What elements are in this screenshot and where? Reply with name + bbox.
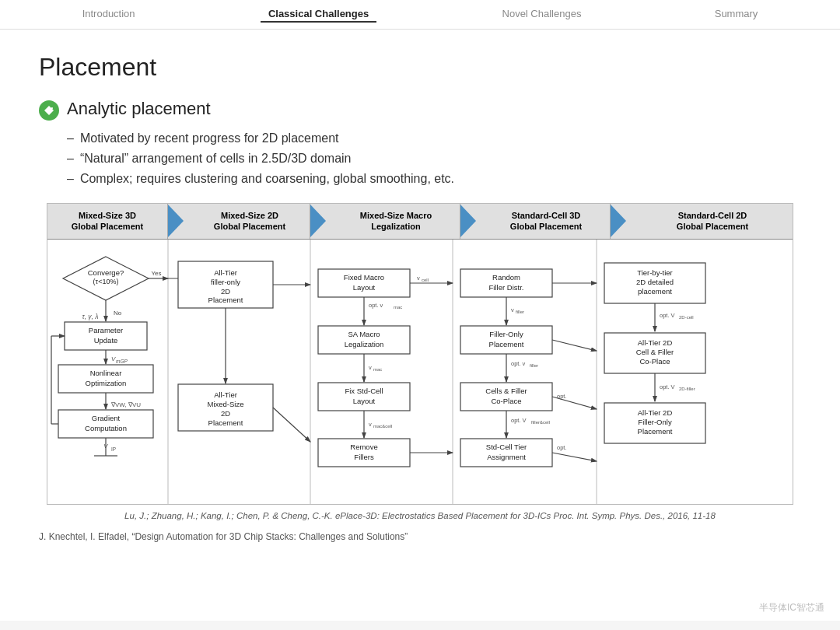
svg-text:Placement: Placement <box>208 296 243 304</box>
svg-line-50 <box>273 408 310 442</box>
svg-text:Filler Distr.: Filler Distr. <box>489 283 524 292</box>
svg-text:Update: Update <box>94 336 118 345</box>
svg-text:2D-filler: 2D-filler <box>679 387 695 391</box>
svg-text:Filler-Only: Filler-Only <box>489 330 523 338</box>
svg-marker-0 <box>168 205 184 237</box>
svg-text:SA Macro: SA Macro <box>348 330 380 338</box>
col-header-2: Mixed-Size 2DGlobal Placement <box>190 204 310 239</box>
main-content: Placement Analytic placement Motivated b… <box>0 30 840 621</box>
svg-marker-1 <box>310 205 326 237</box>
diagram-body: Converge? (τ<10%) Yes No τ, γ, λ Paramet… <box>47 240 793 504</box>
svg-text:v: v <box>369 421 372 428</box>
svg-text:2D: 2D <box>221 409 230 418</box>
svg-text:opt. v: opt. v <box>511 360 526 367</box>
svg-text:opt.: opt. <box>557 393 567 400</box>
svg-text:Tier-by-tier: Tier-by-tier <box>637 268 673 277</box>
col-header-5: Standard-Cell 2DGlobal Placement <box>632 204 793 239</box>
svg-text:Random: Random <box>492 273 520 282</box>
svg-text:Layout: Layout <box>353 283 376 292</box>
svg-text:filler&cell: filler&cell <box>531 420 550 425</box>
svg-text:τ, γ, λ: τ, γ, λ <box>82 313 98 320</box>
page-title: Placement <box>39 53 801 82</box>
svg-text:Cells & Filler: Cells & Filler <box>485 387 527 395</box>
svg-text:All-Tier: All-Tier <box>214 268 237 277</box>
svg-text:2D-cell: 2D-cell <box>679 315 694 320</box>
svg-text:Placement: Placement <box>489 340 524 348</box>
svg-text:filler: filler <box>530 363 538 368</box>
svg-text:opt. V: opt. V <box>660 312 675 319</box>
col-arrow-2 <box>310 205 332 237</box>
nav-summary[interactable]: Summary <box>707 6 766 23</box>
svg-text:opt. V: opt. V <box>660 383 675 390</box>
svg-text:Placement: Placement <box>638 427 673 436</box>
bullet-heading: Analytic placement <box>67 99 211 119</box>
svg-text:Mixed-Size: Mixed-Size <box>208 400 244 408</box>
svg-text:All-Tier 2D: All-Tier 2D <box>638 338 673 347</box>
flow-diagram: Mixed-Size 3DGlobal Placement Mixed-Size… <box>47 203 793 505</box>
svg-text:Placement: Placement <box>208 418 243 427</box>
svg-text:mGP: mGP <box>116 359 128 364</box>
flow-chart-svg: Converge? (τ<10%) Yes No τ, γ, λ Paramet… <box>47 240 793 504</box>
svg-text:opt. v: opt. v <box>369 302 383 309</box>
col-arrow-3 <box>460 205 482 237</box>
svg-line-100 <box>552 453 597 461</box>
svg-text:Yes: Yes <box>151 270 161 277</box>
col-arrow-1 <box>168 205 190 237</box>
nav-introduction[interactable]: Introduction <box>75 6 143 23</box>
nav-novel-challenges[interactable]: Novel Challenges <box>495 6 590 23</box>
svg-text:v: v <box>417 275 420 282</box>
svg-text:Computation: Computation <box>85 424 127 432</box>
top-navigation: Introduction Classical Challenges Novel … <box>0 0 840 30</box>
svg-text:placement: placement <box>638 287 672 296</box>
svg-text:Assignment: Assignment <box>487 453 526 461</box>
svg-text:mac: mac <box>394 305 402 310</box>
bullet-icon <box>39 100 59 121</box>
svg-text:v: v <box>369 364 372 371</box>
svg-text:Fix Std-Cell: Fix Std-Cell <box>345 387 383 395</box>
svg-text:opt. V: opt. V <box>511 417 527 424</box>
svg-text:cell: cell <box>422 278 429 282</box>
svg-text:Parameter: Parameter <box>89 326 123 334</box>
nav-classical-challenges[interactable]: Classical Challenges <box>261 6 376 23</box>
svg-text:filler-only: filler-only <box>211 278 240 286</box>
svg-text:Fillers: Fillers <box>354 453 374 461</box>
svg-text:IP: IP <box>111 446 116 452</box>
sub-bullet-1: Motivated by recent progress for 2D plac… <box>67 128 801 149</box>
svg-text:Co-Place: Co-Place <box>639 357 670 366</box>
svg-text:(τ<10%): (τ<10%) <box>93 278 119 285</box>
svg-text:No: No <box>114 310 122 317</box>
svg-text:Optimization: Optimization <box>86 379 127 387</box>
svg-text:v: v <box>511 306 514 313</box>
svg-text:filler: filler <box>516 310 524 314</box>
sub-bullet-2: “Natural” arrangement of cells in 2.5D/3… <box>67 149 801 169</box>
bottom-citation: J. Knechtel, I. Elfadel, “Design Automat… <box>39 531 801 542</box>
svg-text:mac&cell: mac&cell <box>373 424 392 429</box>
diagram-caption: Lu, J.; Zhuang, H.; Kang, I.; Chen, P. &… <box>39 511 801 520</box>
svg-text:Gradient: Gradient <box>92 414 121 422</box>
svg-text:Filler-Only: Filler-Only <box>638 418 672 426</box>
svg-line-98 <box>552 340 597 351</box>
svg-text:Cell & Filler: Cell & Filler <box>636 348 674 356</box>
svg-text:Converge?: Converge? <box>88 268 124 277</box>
svg-text:Layout: Layout <box>353 397 376 405</box>
svg-text:Nonlinear: Nonlinear <box>90 369 122 377</box>
svg-marker-2 <box>460 205 476 237</box>
bullet-section: Analytic placement <box>39 99 801 121</box>
col-header-3: Mixed-Size MacroLegalization <box>332 204 460 239</box>
sub-bullets: Motivated by recent progress for 2D plac… <box>67 128 801 189</box>
svg-text:Fixed Macro: Fixed Macro <box>344 273 384 282</box>
svg-text:Legalization: Legalization <box>345 340 384 348</box>
svg-text:mac: mac <box>373 367 382 372</box>
sub-bullet-3: Complex; requires clustering and coarsen… <box>67 169 801 189</box>
col-header-4: Standard-Cell 3DGlobal Placement <box>482 204 611 239</box>
col-header-1: Mixed-Size 3DGlobal Placement <box>47 204 168 239</box>
svg-marker-3 <box>611 205 626 237</box>
svg-text:Remove: Remove <box>350 443 377 451</box>
svg-text:All-Tier 2D: All-Tier 2D <box>638 408 673 417</box>
watermark: 半导体IC智芯通 <box>759 601 824 614</box>
svg-text:∇VW, ∇VU: ∇VW, ∇VU <box>110 401 141 408</box>
col-arrow-4 <box>611 205 632 237</box>
svg-text:All-Tier: All-Tier <box>214 390 237 399</box>
svg-text:2D: 2D <box>221 287 230 296</box>
svg-text:opt.: opt. <box>557 444 567 451</box>
